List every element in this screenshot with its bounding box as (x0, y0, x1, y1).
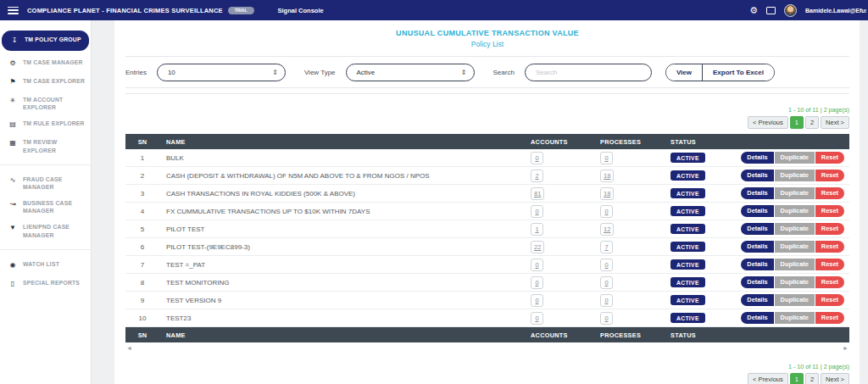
processes-count-link[interactable]: 0 (600, 152, 613, 164)
accounts-count-link[interactable]: 1 (531, 223, 543, 236)
search-input[interactable] (536, 69, 641, 76)
page-button-1[interactable]: 1 (790, 373, 804, 384)
reset-button[interactable]: Reset (815, 259, 844, 270)
nav-signal-console[interactable]: Signal Console (278, 7, 324, 14)
duplicate-button[interactable]: Duplicate (775, 187, 815, 198)
previous-button[interactable]: < Previous (748, 373, 788, 384)
sidebar-item-watch-list[interactable]: ◉ WATCH LIST (0, 256, 91, 275)
duplicate-button[interactable]: Duplicate (775, 312, 815, 323)
user-avatar[interactable] (784, 4, 797, 17)
cell-status: ACTIVE (664, 224, 719, 234)
reset-button[interactable]: Reset (815, 152, 844, 163)
page-button-2[interactable]: 2 (805, 116, 819, 129)
processes-count-link[interactable]: 0 (600, 205, 613, 218)
reset-button[interactable]: Reset (815, 223, 844, 234)
duplicate-button[interactable]: Duplicate (775, 259, 815, 270)
details-button[interactable]: Details (741, 223, 773, 234)
details-button[interactable]: Details (741, 170, 773, 181)
details-button[interactable]: Details (741, 259, 773, 270)
accounts-count-link[interactable]: 81 (531, 187, 544, 200)
view-button[interactable]: View (666, 64, 702, 81)
cell-actions: Details Duplicate Reset (719, 294, 849, 305)
view-type-select[interactable]: Active ⇕ (346, 64, 475, 81)
accounts-count-link[interactable]: 2 (531, 170, 543, 182)
sidebar-item-lien-pnd-case-manager[interactable]: ▼ LIEN/PND CASE MANAGER (0, 219, 91, 242)
sidebar-divider (0, 249, 91, 250)
accounts-count-link[interactable]: 0 (531, 205, 543, 218)
image-icon: ▦ (8, 138, 17, 148)
sidebar-divider (0, 164, 91, 165)
cell-status: ACTIVE (664, 206, 719, 216)
sidebar-item-tm-review-explorer[interactable]: ▦ TM REVIEW EXPLORER (0, 134, 91, 158)
fullscreen-icon[interactable] (766, 7, 776, 14)
page-title: UNUSUAL CUMULATIVE TRANSACTION VALUE (125, 29, 849, 37)
reset-button[interactable]: Reset (815, 312, 844, 323)
scroll-right-icon[interactable]: ► (843, 345, 849, 351)
settings-gear-icon[interactable]: ⚙ (749, 6, 758, 15)
details-button[interactable]: Details (741, 276, 773, 287)
processes-count-link[interactable]: 12 (600, 223, 614, 236)
cell-sn: 4 (125, 208, 159, 215)
accounts-count-link[interactable]: 0 (531, 152, 543, 164)
sidebar-item-tm-case-manager[interactable]: ⚙ TM CASE MANAGER (0, 54, 91, 73)
sidebar-item-tm-rule-explorer[interactable]: ▤ TM RULE EXPLORER (0, 115, 91, 134)
duplicate-button[interactable]: Duplicate (775, 152, 815, 163)
processes-count-link[interactable]: 18 (600, 187, 614, 200)
next-button[interactable]: Next > (821, 373, 849, 384)
accounts-count-link[interactable]: 0 (531, 294, 543, 307)
reset-button[interactable]: Reset (815, 170, 844, 181)
cell-name: CASH TRANSACTIONS IN ROYAL KIDDIES (500K… (159, 190, 524, 198)
entries-select[interactable]: 10 ⇕ (157, 64, 286, 81)
duplicate-button[interactable]: Duplicate (775, 294, 815, 305)
accounts-count-link[interactable]: 0 (531, 259, 543, 271)
sidebar-item-business-case-manager[interactable]: ↝ BUSINESS CASE MANAGER (0, 195, 91, 219)
duplicate-button[interactable]: Duplicate (775, 170, 815, 181)
table-row: 3 CASH TRANSACTIONS IN ROYAL KIDDIES (50… (125, 185, 849, 203)
reset-button[interactable]: Reset (815, 187, 844, 198)
scroll-left-icon[interactable]: ◄ (126, 345, 132, 351)
next-button[interactable]: Next > (821, 116, 849, 129)
details-button[interactable]: Details (741, 152, 773, 163)
details-button[interactable]: Details (741, 294, 773, 305)
processes-count-link[interactable]: 0 (600, 312, 613, 325)
duplicate-button[interactable]: Duplicate (775, 241, 815, 252)
previous-button[interactable]: < Previous (748, 116, 788, 129)
reset-button[interactable]: Reset (815, 294, 844, 305)
sidebar-item-tm-policy-group[interactable]: ↧ TM POLICY GROUP (2, 31, 89, 51)
export-to-excel-button[interactable]: Export To Excel (702, 64, 774, 81)
details-button[interactable]: Details (741, 241, 773, 252)
processes-count-link[interactable]: 0 (600, 259, 613, 271)
page-button-1[interactable]: 1 (790, 116, 804, 129)
sidebar-item-tm-case-explorer[interactable]: ⚑ TM CASE EXPLORER (0, 73, 91, 92)
sidebar-item-label: TM ACCOUNT EXPLORER (23, 96, 86, 111)
cell-status: ACTIVE (664, 313, 719, 323)
hamburger-menu-icon[interactable] (8, 7, 19, 14)
reset-button[interactable]: Reset (815, 241, 844, 252)
cell-sn: 5 (125, 225, 159, 233)
duplicate-button[interactable]: Duplicate (775, 276, 815, 287)
sidebar-item-tm-account-explorer[interactable]: ✳ TM ACCOUNT EXPLORER (0, 92, 91, 115)
page-button-2[interactable]: 2 (805, 373, 819, 384)
cell-actions: Details Duplicate Reset (719, 241, 849, 252)
accounts-count-link[interactable]: 22 (531, 241, 544, 253)
processes-count-link[interactable]: 7 (600, 241, 613, 253)
accounts-count-link[interactable]: 0 (531, 312, 543, 325)
details-button[interactable]: Details (741, 312, 773, 323)
app-version-badge: TRIAL (228, 7, 254, 14)
duplicate-button[interactable]: Duplicate (775, 223, 815, 234)
table-row: 4 FX CUMMULATIVE TRANSACTIONS UP TO $10K… (125, 203, 849, 220)
cell-accounts: 0 (524, 294, 593, 307)
details-button[interactable]: Details (741, 187, 773, 198)
processes-count-link[interactable]: 0 (600, 276, 613, 289)
accounts-count-link[interactable]: 0 (531, 276, 543, 289)
sidebar-item-special-reports[interactable]: ▯ SPECIAL REPORTS (0, 275, 91, 293)
details-button[interactable]: Details (741, 205, 773, 216)
processes-count-link[interactable]: 18 (600, 170, 614, 182)
reset-button[interactable]: Reset (815, 205, 844, 216)
reset-button[interactable]: Reset (815, 276, 844, 287)
duplicate-button[interactable]: Duplicate (775, 205, 815, 216)
horizontal-scrollbar[interactable]: ◄ ► (125, 344, 849, 355)
processes-count-link[interactable]: 0 (600, 294, 613, 307)
status-badge: ACTIVE (670, 277, 705, 287)
sidebar-item-fraud-case-manager[interactable]: ∿ FRAUD CASE MANAGER (0, 171, 91, 195)
